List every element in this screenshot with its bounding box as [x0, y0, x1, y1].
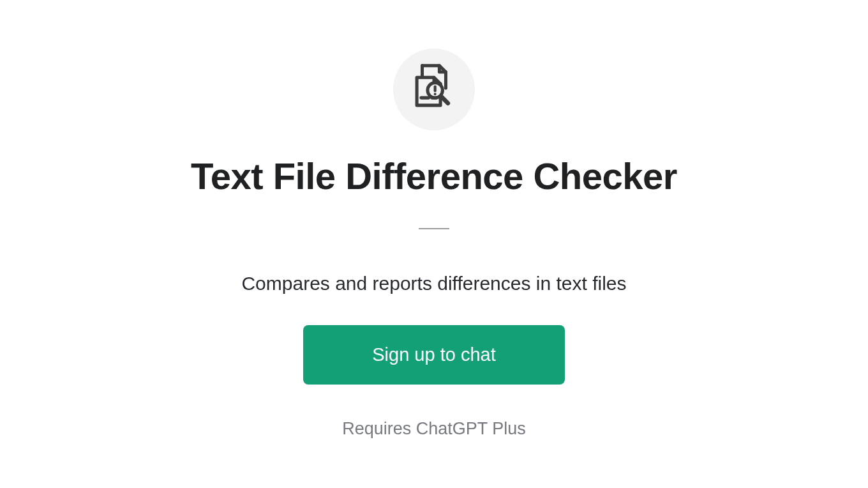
signup-button[interactable]: Sign up to chat	[303, 325, 564, 385]
divider	[419, 228, 449, 229]
svg-point-4	[435, 93, 436, 95]
requirement-text: Requires ChatGPT Plus	[342, 419, 526, 439]
app-icon-container	[393, 49, 475, 130]
page-title: Text File Difference Checker	[191, 155, 677, 197]
document-diff-icon	[407, 61, 461, 118]
app-description: Compares and reports differences in text…	[241, 273, 626, 294]
